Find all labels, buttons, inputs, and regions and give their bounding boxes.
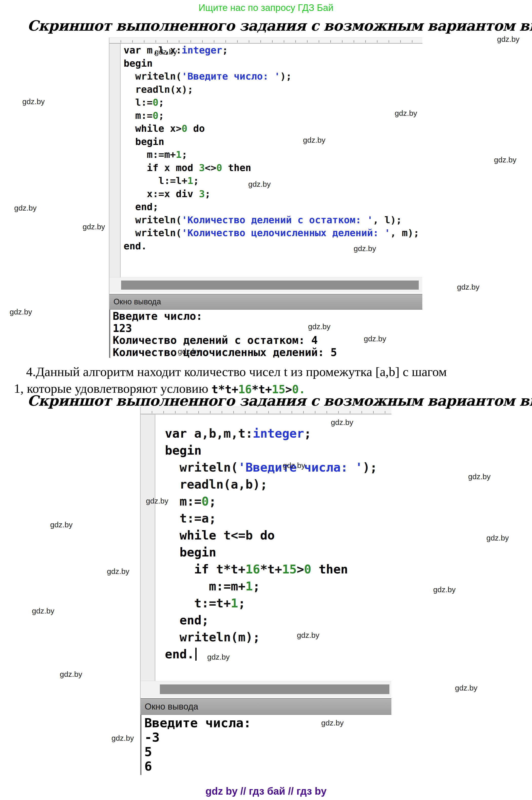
gdz-watermark: gdz.by: [497, 35, 519, 43]
line-gutter: [140, 414, 155, 681]
banner-text: Ищите нас по запросу ГДЗ Бай: [0, 2, 532, 13]
gdz-watermark: gdz.by: [303, 136, 325, 145]
output-window-text: Введите число:123Количество делений с ос…: [110, 310, 422, 358]
output-window-text: Введите числа:-356: [140, 715, 392, 775]
gdz-watermark: gdz.by: [146, 497, 168, 505]
gdz-watermark: gdz.by: [154, 48, 177, 56]
output-window-title: Окно вывода: [114, 297, 161, 306]
output-window-header: Окно вывода: [140, 698, 392, 715]
output-window-title: Окно вывода: [145, 702, 198, 711]
ruler-ticks-icon: [140, 411, 392, 413]
editor-ruler: [140, 407, 392, 414]
gdz-watermark: gdz.by: [60, 670, 82, 678]
gdz-watermark: gdz.by: [433, 585, 456, 594]
gdz-watermark: gdz.by: [283, 461, 305, 470]
gdz-watermark: gdz.by: [207, 653, 229, 662]
gdz-watermark: gdz.by: [10, 308, 32, 316]
code-text-area[interactable]: var m,l,x:integer;begin writeln('Введите…: [124, 43, 419, 253]
gdz-watermark: gdz.by: [487, 534, 509, 542]
gdz-watermark: gdz.by: [297, 631, 319, 639]
gdz-watermark: gdz.by: [308, 322, 330, 331]
gdz-watermark: gdz.by: [395, 109, 417, 117]
gdz-watermark: gdz.by: [364, 335, 386, 343]
gdz-watermark: gdz.by: [50, 521, 73, 529]
gdz-watermark: gdz.by: [331, 418, 353, 427]
gdz-watermark: gdz.by: [178, 347, 200, 356]
gdz-watermark: gdz.by: [455, 684, 477, 692]
gdz-watermark: gdz.by: [354, 244, 376, 253]
code-editor-1: var m,l,x:integer;begin writeln('Введите…: [109, 37, 422, 358]
scrollbar-thumb[interactable]: [160, 685, 390, 694]
gdz-watermark: gdz.by: [321, 719, 343, 727]
gdz-watermark: gdz.by: [494, 155, 516, 164]
line-gutter: [110, 43, 120, 277]
horizontal-scrollbar[interactable]: [110, 277, 422, 293]
gdz-watermark: gdz.by: [468, 472, 491, 481]
gdz-watermark: gdz.by: [82, 223, 105, 231]
task-paragraph-line1: 4.Данный алгоритм находит количество чис…: [26, 365, 447, 379]
gdz-watermark: gdz.by: [112, 734, 134, 743]
code-body: var m,l,x:integer;begin writeln('Введите…: [110, 43, 422, 277]
caption-heading-1: Скриншот выполненного задания с возможны…: [27, 17, 532, 34]
footer-text: gdz by // гдз бай // гдз by: [0, 785, 532, 797]
gdz-watermark: gdz.by: [14, 204, 37, 212]
gdz-watermark: gdz.by: [107, 567, 129, 576]
gdz-watermark: gdz.by: [248, 180, 270, 188]
editor-ruler: [110, 37, 422, 43]
output-window-header: Окно вывода: [110, 294, 422, 310]
scrollbar-thumb[interactable]: [121, 280, 419, 290]
gdz-watermark: gdz.by: [32, 607, 54, 615]
code-editor-2: var a,b,m,t:integer;begin writeln('Введи…: [140, 407, 392, 775]
gdz-watermark: gdz.by: [22, 97, 44, 106]
code-text-area[interactable]: var a,b,m,t:integer;begin writeln('Введи…: [165, 414, 377, 663]
ruler-ticks-icon: [110, 40, 422, 42]
horizontal-scrollbar[interactable]: [140, 681, 392, 697]
code-body: var a,b,m,t:integer;begin writeln('Введи…: [140, 414, 392, 681]
gdz-watermark: gdz.by: [457, 283, 479, 292]
